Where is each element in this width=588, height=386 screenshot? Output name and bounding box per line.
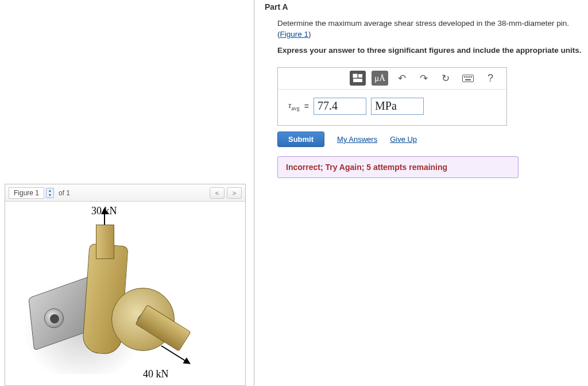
action-row: Submit My Answers Give Up: [277, 132, 588, 147]
svg-rect-7: [469, 76, 470, 78]
reset-button[interactable]: ↻: [438, 71, 454, 86]
figure-link[interactable]: Figure 1: [280, 30, 309, 38]
units-button[interactable]: μÅ: [372, 71, 388, 86]
problem-column: Part A Determine the maximum average she…: [254, 0, 588, 386]
prompt-line: Determine the maximum average shear stre…: [277, 19, 569, 28]
give-up-link[interactable]: Give Up: [390, 135, 417, 144]
svg-rect-1: [358, 74, 362, 78]
force-label-bottom: 40 kN: [143, 368, 169, 380]
drawing-bracket-hole: [44, 308, 64, 328]
svg-rect-2: [353, 79, 362, 82]
keyboard-icon: [462, 75, 474, 82]
help-button[interactable]: ?: [482, 71, 498, 86]
svg-rect-8: [471, 76, 472, 78]
figure-header: Figure 1 ▲ ▼ of 1 < >: [5, 184, 245, 202]
submit-button[interactable]: Submit: [277, 132, 324, 147]
value-input[interactable]: [314, 98, 366, 115]
answer-toolbar: μÅ ↶ ↷ ↻ ?: [278, 68, 506, 90]
figure-column: Figure 1 ▲ ▼ of 1 < > 30 kN: [0, 0, 254, 386]
my-answers-link[interactable]: My Answers: [337, 135, 377, 144]
answer-box: μÅ ↶ ↷ ↻ ?: [277, 67, 507, 126]
chevron-up-icon[interactable]: ▲: [47, 188, 53, 193]
figure-title: Figure 1: [9, 187, 44, 199]
figure-body: 30 kN 40 kN: [5, 202, 245, 385]
svg-rect-0: [353, 74, 357, 78]
figure-next-button[interactable]: >: [227, 187, 242, 199]
answer-symbol: τavg: [288, 101, 300, 111]
svg-rect-5: [466, 76, 467, 78]
figure-stepper[interactable]: ▲ ▼: [46, 188, 54, 198]
feedback-banner: Incorrect; Try Again; 5 attempts remaini…: [277, 156, 519, 178]
instruction-text: Express your answer to three significant…: [277, 46, 588, 55]
answer-input-row: τavg =: [278, 90, 506, 125]
format-template-icon: [353, 74, 363, 83]
svg-rect-4: [464, 76, 465, 78]
figure-prev-button[interactable]: <: [210, 187, 225, 199]
part-heading: Part A: [265, 2, 588, 11]
figure-count: of 1: [59, 189, 70, 197]
chevron-down-icon[interactable]: ▼: [47, 193, 53, 198]
svg-rect-6: [467, 76, 469, 78]
prompt-text: Determine the maximum average shear stre…: [277, 18, 588, 40]
svg-rect-3: [463, 75, 474, 82]
redo-button[interactable]: ↷: [416, 71, 432, 86]
figure-panel: Figure 1 ▲ ▼ of 1 < > 30 kN: [5, 184, 246, 386]
keyboard-button[interactable]: [459, 71, 477, 86]
unit-input[interactable]: [371, 98, 424, 115]
svg-rect-9: [465, 79, 471, 80]
format-template-button[interactable]: [350, 71, 366, 86]
equals-sign: =: [304, 102, 309, 111]
drawing-clevis-top: [96, 225, 114, 259]
undo-button[interactable]: ↶: [394, 71, 410, 86]
